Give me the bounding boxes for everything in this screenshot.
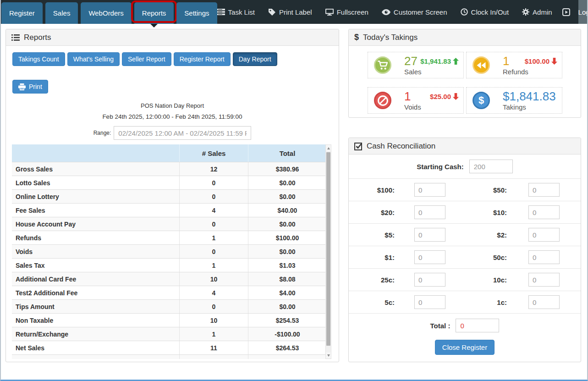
tab-reports[interactable]: Reports [134,2,174,24]
table-row-voids: Voids0$0.00 [12,244,331,258]
total-input[interactable] [456,319,499,332]
denomination-input-10[interactable] [528,205,560,219]
card-label: Sales [404,68,422,76]
row-sales-count: 10 [179,272,248,286]
nav-action-task-list[interactable]: Task List [217,8,255,16]
close-register-button[interactable]: Close Register [435,340,495,355]
tab-sales[interactable]: Sales [45,2,78,24]
row-label: Test2 Additional Fee [12,286,179,299]
todays-takings-header: $ Today's Takings [349,29,581,46]
report-button-seller-report[interactable]: Seller Report [122,52,171,66]
denomination-input-50[interactable] [528,183,560,197]
row-label: Non Taxable [12,314,179,327]
row-total: $0.00 [248,176,326,189]
eye-icon [382,9,390,15]
tab-weborders[interactable]: WebOrders [81,2,131,24]
tab-register[interactable]: Register [1,2,43,24]
row-label: Voids [12,245,179,258]
takings-card-refunds: 1Refunds$100.00 [466,52,562,78]
nav-action-label: Clock In/Out [471,8,509,16]
top-nav: RegisterSalesWebOrdersReportsSettings Ta… [0,0,588,24]
denomination-input-5[interactable] [414,228,445,242]
denomination-label-100: $100: [349,186,395,194]
denomination-input-1c[interactable] [528,295,560,309]
row-label: Net Sales [12,341,179,354]
denomination-input-25c[interactable] [414,273,445,287]
tab-settings[interactable]: Settings [176,2,217,24]
denomination-input-2[interactable] [528,228,560,242]
row-sales-count: 0 [179,355,248,359]
page-content: Reports Takings CountWhat's SellingSelle… [0,24,588,381]
nav-actions: Task ListPrint LabelFullscreenCustomer S… [217,0,562,24]
nav-action-label: Fullscreen [337,8,368,16]
row-total: $0.00 [248,190,326,203]
table-row-test2-additional-fee: Test2 Additional Fee4$4.00 [12,286,331,299]
cash-reconciliation-title: Cash Reconciliation [367,142,435,151]
print-button[interactable]: Print [12,80,48,94]
row-label: Lotto Payout [12,355,179,359]
nav-action-clock-in-out[interactable]: Clock In/Out [461,8,509,16]
nav-extra-button[interactable] [562,0,578,24]
table-row-lotto-payout: Lotto Payout0$0.00 [12,354,331,359]
print-row: Print [6,71,339,96]
logout-button[interactable]: Logout [578,0,588,24]
table-row-sales-tax: Sales Tax1$1.03 [12,258,331,272]
check-square-icon [354,142,363,150]
range-input[interactable] [114,126,251,140]
denomination-input-20[interactable] [414,205,445,219]
report-button-what-s-selling[interactable]: What's Selling [67,52,120,66]
row-total: $1.03 [248,259,326,272]
row-total: $0.00 [248,217,326,231]
denomination-label-20: $20: [349,209,395,216]
gear-icon [522,8,529,16]
nav-action-label: Admin [533,8,552,16]
denomination-label-2: $2: [447,231,507,239]
denomination-input-100[interactable] [414,183,445,197]
arrow-down-icon [551,58,557,65]
denomination-label-10c: 10c: [447,276,507,284]
tab-label: Reports [142,9,166,17]
scroll-up-arrow-icon[interactable] [326,145,331,151]
row-label: Tips Amount [12,300,179,313]
card-amount-value: $25.00 [430,93,451,100]
play-square-icon [562,8,570,16]
row-sales-count: 12 [179,162,248,176]
table-row-online-lottery: Online Lottery0$0.00 [12,189,331,203]
table-row-return-exchange: Return/Exchange1-$100.00 [12,327,331,341]
arrow-up-icon [453,58,459,65]
denomination-input-5c[interactable] [414,295,445,309]
starting-cash-input[interactable] [469,160,513,173]
denomination-label-5c: 5c: [349,298,395,306]
report-button-day-report[interactable]: Day Report [233,52,277,66]
card-count: 1 [404,90,421,102]
tab-label: Sales [53,9,71,17]
nav-action-customer-screen[interactable]: Customer Screen [382,8,447,16]
row-total: $0.00 [248,300,326,313]
row-total: $0.00 [248,355,326,359]
row-sales-count: 0 [179,190,248,203]
card-text: $1,841.83Takings [503,90,556,111]
denomination-input-1[interactable] [414,250,445,264]
denomination-input-50c[interactable] [528,250,560,264]
denomination-row: 25c:10c: [349,269,581,291]
table-row-fee-sales: Fee Sales4$40.00 [12,203,331,217]
scroll-down-arrow-icon[interactable] [326,352,331,359]
card-count: 27 [404,55,422,67]
report-button-register-report[interactable]: Register Report [174,52,231,66]
nav-action-print-label[interactable]: Print Label [268,8,312,16]
print-button-label: Print [29,83,42,90]
denomination-label-1c: 1c: [447,298,507,306]
row-sales-count: 4 [179,204,248,217]
cash-reconciliation-panel: Cash Reconciliation Starting Cash: $100:… [348,138,581,362]
reports-panel: Reports Takings CountWhat's SellingSelle… [5,29,339,362]
row-sales-count: 0 [179,176,248,189]
table-scrollbar[interactable] [325,144,331,359]
nav-action-admin[interactable]: Admin [522,8,552,16]
scrollbar-thumb[interactable] [326,152,330,346]
card-amount: $1,941.83 [420,57,459,65]
nav-action-fullscreen[interactable]: Fullscreen [325,8,368,16]
report-button-takings-count[interactable]: Takings Count [12,52,65,66]
denomination-input-10c[interactable] [528,273,560,287]
row-total: $100.00 [248,231,326,244]
row-label: House Account Pay [12,217,179,231]
